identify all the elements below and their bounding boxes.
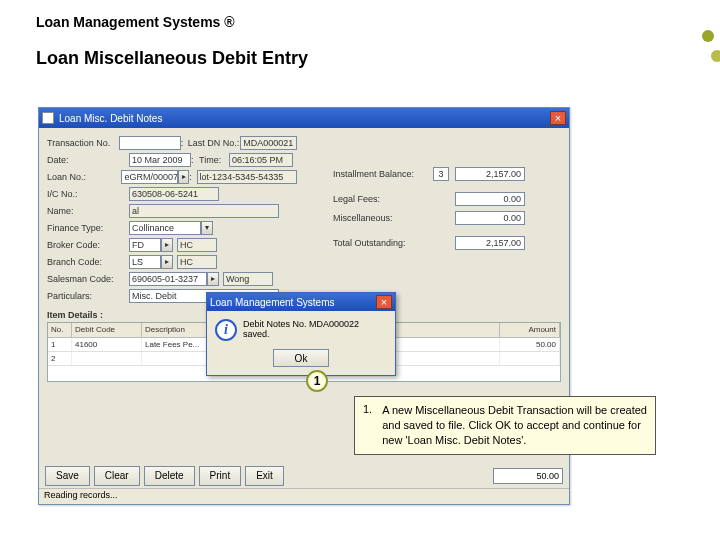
installment-value: 2,157.00 [455,167,525,181]
misc-label: Miscellaneous: [333,213,433,223]
date-label: Date: [47,155,129,165]
misc-value: 0.00 [455,211,525,225]
page-title: Loan Miscellaneous Debit Entry [36,48,720,69]
info-icon: i [215,319,237,341]
ic-no-label: I/C No.: [47,189,129,199]
loan-no-field[interactable]: eGRM/00007 [121,170,178,184]
col-debit-code: Debit Code [72,323,142,337]
instruction-box: 1. A new Miscellaneous Debit Transaction… [354,396,656,455]
finance-type-dropdown[interactable]: ▾ [201,221,213,235]
exit-button[interactable]: Exit [245,466,284,486]
branch-code-label: Branch Code: [47,257,129,267]
instruction-text: A new Miscellaneous Debit Transaction wi… [382,403,647,448]
callout-badge: 1 [306,370,328,392]
last-dn-label: Last DN No.: [188,138,241,148]
clear-button[interactable]: Clear [94,466,140,486]
broker-code-field[interactable]: FD [129,238,161,252]
branch-code-field[interactable]: LS [129,255,161,269]
transaction-no-field[interactable] [119,136,181,150]
salesman-code-label: Salesman Code: [47,274,129,284]
salesman-code-dropdown[interactable]: ▸ [207,272,219,286]
branch-code-dropdown[interactable]: ▸ [161,255,173,269]
app-title: Loan Management Systems ® [36,14,720,30]
msgbox-close-icon[interactable]: × [376,295,392,309]
broker-code-dropdown[interactable]: ▸ [161,238,173,252]
col-amount: Amount [500,323,560,337]
msgbox-text: Debit Notes No. MDA000022 saved. [243,319,387,341]
loan-ref-field: lot-1234-5345-54335 [197,170,297,184]
col-no: No. [48,323,72,337]
name-label: Name: [47,206,129,216]
branch-desc-field: HC [177,255,217,269]
finance-type-label: Finance Type: [47,223,129,233]
broker-code-label: Broker Code: [47,240,129,250]
date-field[interactable]: 10 Mar 2009 [129,153,191,167]
msgbox-title: Loan Management Systems [210,297,376,308]
save-button[interactable]: Save [45,466,90,486]
total-outstanding-value: 2,157.00 [455,236,525,250]
time-field: 06:16:05 PM [229,153,293,167]
summary-panel: Installment Balance: 3 2,157.00 Legal Fe… [333,134,563,252]
window-title: Loan Misc. Debit Notes [59,113,550,124]
legal-fees-value: 0.00 [455,192,525,206]
button-bar: Save Clear Delete Print Exit 50.00 [45,466,563,486]
name-field: al [129,204,279,218]
legal-fees-label: Legal Fees: [333,194,433,204]
installment-count: 3 [433,167,449,181]
loan-no-label: Loan No.: [47,172,121,182]
total-outstanding-label: Total Outstanding: [333,238,433,248]
close-icon[interactable]: × [550,111,566,125]
broker-desc-field: HC [177,238,217,252]
transaction-no-label: Transaction No. [47,138,119,148]
window-icon [42,112,54,124]
grid-total: 50.00 [493,468,563,484]
ok-button[interactable]: Ok [273,349,329,367]
print-button[interactable]: Print [199,466,242,486]
titlebar: Loan Misc. Debit Notes × [39,108,569,128]
last-dn-field: MDA000021 [240,136,297,150]
instruction-number: 1. [363,403,372,448]
finance-type-field[interactable]: Collinance [129,221,201,235]
particulars-label: Particulars: [47,291,129,301]
ic-no-field: 630508-06-5241 [129,187,219,201]
loan-no-dropdown[interactable]: ▸ [178,170,189,184]
installment-balance-label: Installment Balance: [333,169,433,179]
delete-button[interactable]: Delete [144,466,195,486]
salesman-desc-field: Wong [223,272,273,286]
page-header: Loan Management Systems ® Loan Miscellan… [0,0,720,69]
message-box: Loan Management Systems × i Debit Notes … [206,292,396,376]
time-label: Time: [199,155,229,165]
msgbox-titlebar: Loan Management Systems × [207,293,395,311]
salesman-code-field[interactable]: 690605-01-3237 [129,272,207,286]
status-bar: Reading records... [39,488,569,504]
